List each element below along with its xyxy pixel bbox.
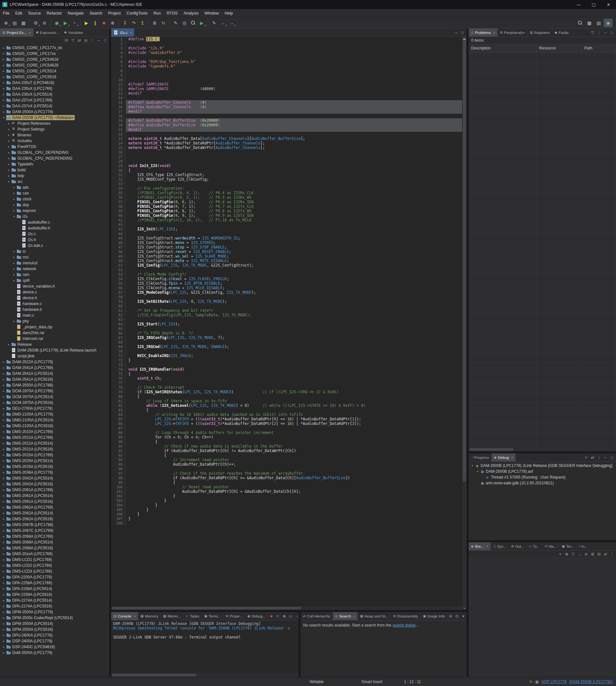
tree-item[interactable]: ▸DPA-2258A (LPC5514) (0, 586, 109, 592)
expand-arrow-icon[interactable]: ▸ (12, 209, 17, 212)
tree-item[interactable]: ▸DCM-2870A (LPC5514) (0, 394, 109, 400)
tree-item[interactable]: device.c (0, 289, 109, 295)
expand-arrow-icon[interactable]: ▸ (1, 383, 6, 387)
tab-debug[interactable]: ◉Debug× (491, 453, 516, 461)
line-number[interactable]: 47 (111, 245, 126, 249)
tab-debug[interactable]: ◉Debug... (245, 612, 268, 620)
tree-item[interactable]: ▸CMSIS_CORE_LPC5516 (0, 74, 109, 80)
menu-refactor[interactable]: Refactor (44, 9, 65, 17)
expand-arrow-icon[interactable]: ▸ (1, 459, 6, 462)
expand-arrow-icon[interactable]: ▸ (1, 372, 6, 375)
tree-item[interactable]: ▸DMS-2062A (LPC5516) (0, 516, 109, 522)
menu-edit[interactable]: Edit (12, 9, 25, 17)
show-supported-button[interactable]: ▽ (570, 551, 576, 557)
line-number[interactable]: 105 (111, 507, 126, 512)
line-number[interactable]: 80 (111, 394, 126, 399)
tab-i2s-c[interactable]: i2s.c× (111, 28, 134, 37)
maximize-button[interactable]: □ (102, 37, 108, 43)
step-into-button[interactable]: ↧ (120, 19, 129, 27)
tab-disassembly[interactable]: ≣Disassembly (391, 612, 421, 620)
expand-arrow-icon[interactable]: ▸ (12, 319, 17, 323)
expand-arrow-icon[interactable]: ▸ (12, 186, 17, 189)
expand-arrow-icon[interactable]: ▸ (1, 430, 6, 433)
expand-arrow-icon[interactable]: ▸ (12, 279, 17, 282)
tree-item[interactable]: ▸DMS-2061A (LPC5514) (0, 493, 109, 499)
tree-item[interactable]: ▸Includes (0, 138, 109, 144)
line-number[interactable]: 5 (111, 55, 126, 60)
build-button[interactable]: ⚙▾ (31, 19, 40, 27)
filter-button[interactable]: ▽ (70, 37, 76, 43)
tab-expressio[interactable]: ✱Expressio... (34, 28, 62, 37)
tree-item[interactable]: _project_data.zip (0, 324, 109, 330)
line-number[interactable]: 65 (111, 326, 126, 331)
run-button[interactable]: ▶▾ (61, 19, 70, 27)
collapse-all-button[interactable]: ⊟ (63, 37, 69, 43)
tree-item[interactable]: ▸GLOBAL_CPU_DEPENDING (0, 150, 109, 155)
line-number[interactable]: 48 (111, 249, 126, 254)
line-number[interactable]: 78 (111, 385, 126, 390)
expand-arrow-icon[interactable]: ▸ (1, 593, 6, 596)
expand-arrow-icon[interactable]: ▸ (12, 261, 17, 265)
line-number[interactable]: 103 (111, 498, 126, 503)
line-number[interactable]: 31 (111, 173, 126, 177)
editor-horizontal-scrollbar[interactable] (111, 606, 462, 610)
line-number[interactable]: 62 (111, 313, 126, 317)
tree-item[interactable]: device_variables.h (0, 283, 109, 289)
line-number[interactable]: 77 (111, 381, 126, 385)
scrollbar-thumb[interactable] (112, 674, 196, 676)
line-number[interactable]: 52 (111, 268, 126, 272)
expand-arrow-icon[interactable]: ▸ (1, 500, 6, 503)
expand-arrow-icon[interactable]: ▸ (1, 523, 6, 526)
history-button[interactable]: ▾ (461, 613, 467, 619)
view-menu-button[interactable]: ⋮ (596, 29, 602, 36)
line-number[interactable]: 40 (111, 213, 126, 218)
tab-problems[interactable]: ⚠Problems× (469, 28, 498, 37)
remove-all-button[interactable]: ⊗ (564, 551, 570, 557)
tree-item[interactable]: ▸DMS-2042A (LPC5516) (0, 481, 109, 487)
line-number[interactable]: 92 (111, 448, 126, 453)
line-number[interactable]: 53 (111, 272, 126, 276)
tab-registers[interactable]: ▥Registers (527, 28, 552, 37)
line-number[interactable]: 19 (111, 118, 126, 123)
resume-button[interactable]: ▶ (82, 19, 91, 27)
line-number[interactable]: 28 (111, 159, 126, 163)
menu-navigate[interactable]: Navigate (65, 9, 87, 17)
tab-ty[interactable]: ◇Ty... (527, 542, 542, 550)
line-number[interactable]: 16 (111, 105, 126, 109)
expand-arrow-icon[interactable]: ▸ (1, 517, 6, 521)
view-menu-button[interactable]: ⋮ (596, 454, 602, 461)
tree-item[interactable]: ▸DPM-2550A (LPC5516) (0, 626, 109, 633)
line-number[interactable]: 71 (111, 354, 126, 358)
tree-item[interactable]: ▸phy (0, 318, 109, 324)
expand-arrow-icon[interactable]: ▸ (1, 599, 6, 602)
expand-arrow-icon[interactable]: ▸ (1, 69, 6, 73)
tab-qui[interactable]: ▢Qui... (491, 542, 509, 550)
expand-arrow-icon[interactable]: ▸ (1, 558, 6, 561)
expand-arrow-icon[interactable]: ▸ (1, 360, 6, 363)
tree-item[interactable]: ▸DPM-2500A (LPC1778) (0, 609, 109, 615)
expand-arrow-icon[interactable]: ▸ (1, 511, 6, 515)
disconnect-button[interactable]: ⊗ (108, 19, 117, 27)
close-window-button[interactable]: ✕ (601, 0, 616, 9)
line-number[interactable]: 46 (111, 240, 126, 245)
debug-button[interactable]: ◉▾ (52, 19, 61, 27)
tree-item[interactable]: ▸DMS-2021A (LPC5516) (0, 446, 109, 452)
tree-item[interactable]: ▸DMS-2061A (LPC1769) (0, 487, 109, 493)
close-tab-icon[interactable]: × (511, 456, 513, 460)
menu-help[interactable]: Help (222, 9, 236, 17)
remove-all-button[interactable]: ⊗ (281, 613, 287, 619)
line-number[interactable]: 90 (111, 440, 126, 444)
tree-item[interactable]: ▸DMD-2100A (LPC5514) (0, 417, 109, 423)
tree-item[interactable]: main.c (0, 312, 109, 318)
line-number[interactable]: 17 (111, 109, 126, 114)
menu-source[interactable]: Source (25, 9, 44, 17)
tree-item[interactable]: ▸DAA-235xX (LPC1769) (0, 86, 109, 91)
expand-arrow-icon[interactable]: ▾ (470, 464, 475, 467)
line-number[interactable]: 98 (111, 475, 126, 480)
refresh-icon[interactable]: ↻ (529, 680, 533, 684)
remove-button[interactable]: × (275, 613, 281, 619)
line-number[interactable]: 38 (111, 204, 126, 209)
line-number[interactable]: 36 (111, 195, 126, 200)
tree-item[interactable]: ▸DMS-2042A (LPC5514) (0, 475, 109, 481)
expand-arrow-icon[interactable]: ▸ (1, 104, 6, 108)
